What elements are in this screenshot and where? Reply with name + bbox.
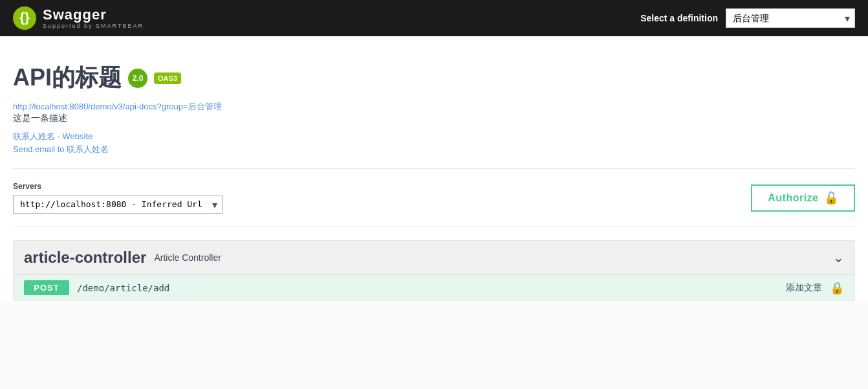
- method-badge-post: POST: [24, 280, 69, 295]
- swagger-logo-icon: {}: [13, 6, 36, 30]
- api-title: API的标题: [13, 62, 122, 94]
- version-badge: 2.0: [128, 69, 147, 88]
- logo-text-container: Swagger Supported by SMARTBEAR: [43, 7, 144, 29]
- endpoint-path: /demo/article/add: [77, 283, 778, 293]
- authorize-label: Authorize: [768, 192, 818, 204]
- main-content: API的标题 2.0 OAS3 http://localhost:8080/de…: [0, 36, 868, 301]
- swagger-brand-label: Swagger: [43, 7, 144, 23]
- servers-label: Servers: [13, 182, 222, 191]
- api-links: 联系人姓名 - Website Send email to 联系人姓名: [13, 131, 855, 155]
- definition-select[interactable]: 后台管理: [726, 8, 855, 28]
- controller-header-article[interactable]: article-controller Article Controller ⌄: [14, 241, 854, 274]
- controller-name-article: article-controller: [24, 249, 146, 267]
- server-select[interactable]: http://localhost:8080 - Inferred Url: [13, 195, 222, 214]
- contact-email-link[interactable]: Send email to 联系人姓名: [13, 144, 855, 155]
- select-definition-label: Select a definition: [640, 13, 718, 23]
- endpoint-summary: 添加文章: [786, 282, 822, 294]
- contact-website-link[interactable]: 联系人姓名 - Website: [13, 131, 855, 142]
- servers-bar: Servers http://localhost:8080 - Inferred…: [13, 169, 855, 227]
- api-info-section: API的标题 2.0 OAS3 http://localhost:8080/de…: [13, 49, 855, 169]
- logo-container: {} Swagger Supported by SMARTBEAR: [13, 6, 144, 30]
- header-right: Select a definition 后台管理: [640, 8, 855, 28]
- endpoint-lock-icon: 🔒: [830, 281, 844, 295]
- controller-desc-article: Article Controller: [154, 252, 221, 263]
- servers-left: Servers http://localhost:8080 - Inferred…: [13, 182, 222, 214]
- controller-group-article: article-controller Article Controller ⌄ …: [13, 240, 855, 301]
- chevron-down-icon: ⌄: [833, 250, 844, 265]
- oas-badge: OAS3: [154, 72, 181, 84]
- lock-icon: 🔓: [824, 191, 839, 205]
- authorize-button[interactable]: Authorize 🔓: [751, 184, 855, 212]
- server-select-wrapper[interactable]: http://localhost:8080 - Inferred Url: [13, 195, 222, 214]
- svg-text:{}: {}: [19, 10, 30, 25]
- api-title-row: API的标题 2.0 OAS3: [13, 62, 855, 94]
- endpoint-row-post-add[interactable]: POST /demo/article/add 添加文章 🔒: [14, 274, 854, 300]
- definition-select-wrapper[interactable]: 后台管理: [726, 8, 855, 28]
- api-description: 这是一条描述: [13, 113, 855, 124]
- controllers-section: article-controller Article Controller ⌄ …: [13, 227, 855, 301]
- api-url-link[interactable]: http://localhost:8080/demo/v3/api-docs?g…: [13, 102, 222, 111]
- smartbear-label: Supported by SMARTBEAR: [43, 23, 144, 29]
- app-header: {} Swagger Supported by SMARTBEAR Select…: [0, 0, 868, 36]
- controller-title-article: article-controller Article Controller: [24, 249, 221, 267]
